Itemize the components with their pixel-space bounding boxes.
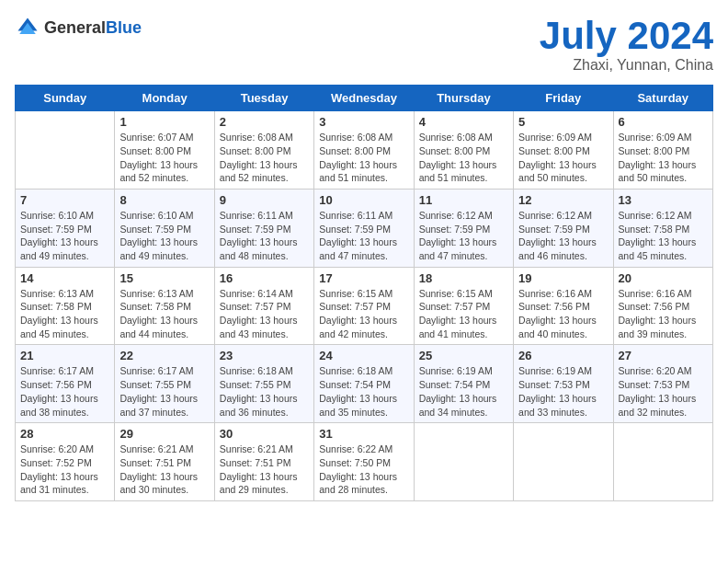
day-number: 6 [619, 115, 708, 129]
day-number: 25 [419, 349, 508, 362]
col-saturday: Saturday [613, 86, 712, 111]
day-number: 13 [619, 193, 708, 207]
location-subtitle: Zhaxi, Yunnan, China [540, 57, 713, 74]
calendar-cell: 26Sunrise: 6:19 AMSunset: 7:53 PMDayligh… [514, 345, 613, 423]
cell-sun-info: Sunrise: 6:19 AMSunset: 7:54 PMDaylight:… [419, 364, 508, 419]
day-number: 8 [119, 193, 209, 207]
day-number: 5 [518, 115, 608, 129]
day-number: 14 [20, 271, 109, 285]
calendar-week-row: 7Sunrise: 6:10 AMSunset: 7:59 PMDaylight… [16, 189, 713, 267]
day-number: 20 [619, 271, 708, 285]
cell-sun-info: Sunrise: 6:16 AMSunset: 7:56 PMDaylight:… [518, 287, 608, 341]
calendar-cell: 13Sunrise: 6:12 AMSunset: 7:58 PMDayligh… [613, 189, 712, 267]
calendar-cell: 10Sunrise: 6:11 AMSunset: 7:59 PMDayligh… [314, 189, 414, 267]
day-number: 4 [419, 115, 508, 129]
cell-sun-info: Sunrise: 6:19 AMSunset: 7:53 PMDaylight:… [518, 364, 608, 419]
cell-sun-info: Sunrise: 6:11 AMSunset: 7:59 PMDaylight:… [319, 209, 408, 263]
day-number: 16 [220, 271, 309, 285]
day-number: 15 [119, 271, 209, 285]
logo-blue-text: Blue [106, 18, 142, 37]
calendar-cell: 12Sunrise: 6:12 AMSunset: 7:59 PMDayligh… [514, 189, 613, 267]
calendar-cell [16, 111, 115, 190]
day-number: 30 [220, 427, 309, 441]
calendar-week-row: 21Sunrise: 6:17 AMSunset: 7:56 PMDayligh… [16, 345, 713, 423]
calendar-cell: 11Sunrise: 6:12 AMSunset: 7:59 PMDayligh… [414, 189, 513, 267]
day-number: 7 [20, 193, 109, 207]
cell-sun-info: Sunrise: 6:07 AMSunset: 8:00 PMDaylight:… [119, 131, 209, 185]
calendar-cell: 24Sunrise: 6:18 AMSunset: 7:54 PMDayligh… [314, 345, 414, 423]
cell-sun-info: Sunrise: 6:09 AMSunset: 8:00 PMDaylight:… [518, 131, 608, 185]
calendar-week-row: 28Sunrise: 6:20 AMSunset: 7:52 PMDayligh… [16, 423, 713, 501]
logo-general-text: General [44, 18, 106, 37]
col-thursday: Thursday [414, 86, 513, 111]
col-wednesday: Wednesday [314, 86, 414, 111]
cell-sun-info: Sunrise: 6:17 AMSunset: 7:55 PMDaylight:… [119, 364, 209, 419]
cell-sun-info: Sunrise: 6:10 AMSunset: 7:59 PMDaylight:… [119, 209, 209, 263]
day-number: 19 [518, 271, 608, 285]
page-header: GeneralBlue July 2024 Zhaxi, Yunnan, Chi… [15, 15, 713, 74]
day-number: 3 [319, 115, 408, 129]
cell-sun-info: Sunrise: 6:13 AMSunset: 7:58 PMDaylight:… [20, 287, 109, 341]
cell-sun-info: Sunrise: 6:08 AMSunset: 8:00 PMDaylight:… [419, 131, 508, 185]
calendar-week-row: 14Sunrise: 6:13 AMSunset: 7:58 PMDayligh… [16, 267, 713, 345]
col-monday: Monday [115, 86, 214, 111]
title-block: July 2024 Zhaxi, Yunnan, China [540, 15, 713, 74]
cell-sun-info: Sunrise: 6:18 AMSunset: 7:55 PMDaylight:… [220, 364, 309, 419]
cell-sun-info: Sunrise: 6:12 AMSunset: 7:59 PMDaylight:… [419, 209, 508, 263]
cell-sun-info: Sunrise: 6:12 AMSunset: 7:59 PMDaylight:… [518, 209, 608, 263]
cell-sun-info: Sunrise: 6:20 AMSunset: 7:53 PMDaylight:… [619, 364, 708, 419]
calendar-cell: 15Sunrise: 6:13 AMSunset: 7:58 PMDayligh… [115, 267, 214, 345]
day-number: 23 [220, 349, 309, 362]
calendar-cell [514, 423, 613, 501]
logo-wordmark: GeneralBlue [44, 18, 142, 38]
day-number: 21 [20, 349, 109, 362]
day-number: 26 [518, 349, 608, 362]
cell-sun-info: Sunrise: 6:14 AMSunset: 7:57 PMDaylight:… [220, 287, 309, 341]
calendar-cell: 19Sunrise: 6:16 AMSunset: 7:56 PMDayligh… [514, 267, 613, 345]
calendar-cell: 30Sunrise: 6:21 AMSunset: 7:51 PMDayligh… [214, 423, 313, 501]
cell-sun-info: Sunrise: 6:17 AMSunset: 7:56 PMDaylight:… [20, 364, 109, 419]
day-number: 31 [319, 427, 408, 441]
calendar-cell: 4Sunrise: 6:08 AMSunset: 8:00 PMDaylight… [414, 111, 513, 190]
calendar-cell: 21Sunrise: 6:17 AMSunset: 7:56 PMDayligh… [16, 345, 115, 423]
cell-sun-info: Sunrise: 6:08 AMSunset: 8:00 PMDaylight:… [220, 131, 309, 185]
day-number: 27 [619, 349, 708, 362]
calendar-cell: 8Sunrise: 6:10 AMSunset: 7:59 PMDaylight… [115, 189, 214, 267]
logo-icon [15, 15, 40, 40]
day-number: 24 [319, 349, 408, 362]
calendar-cell: 20Sunrise: 6:16 AMSunset: 7:56 PMDayligh… [613, 267, 712, 345]
cell-sun-info: Sunrise: 6:13 AMSunset: 7:58 PMDaylight:… [119, 287, 209, 341]
calendar-cell: 27Sunrise: 6:20 AMSunset: 7:53 PMDayligh… [613, 345, 712, 423]
calendar-cell: 23Sunrise: 6:18 AMSunset: 7:55 PMDayligh… [214, 345, 313, 423]
day-number: 11 [419, 193, 508, 207]
day-number: 22 [119, 349, 209, 362]
calendar-cell: 16Sunrise: 6:14 AMSunset: 7:57 PMDayligh… [214, 267, 313, 345]
day-number: 10 [319, 193, 408, 207]
day-number: 12 [518, 193, 608, 207]
calendar-cell: 7Sunrise: 6:10 AMSunset: 7:59 PMDaylight… [16, 189, 115, 267]
month-year-title: July 2024 [540, 15, 713, 57]
calendar-week-row: 1Sunrise: 6:07 AMSunset: 8:00 PMDaylight… [16, 111, 713, 190]
calendar-cell: 1Sunrise: 6:07 AMSunset: 8:00 PMDaylight… [115, 111, 214, 190]
calendar-cell: 5Sunrise: 6:09 AMSunset: 8:00 PMDaylight… [514, 111, 613, 190]
calendar-cell: 6Sunrise: 6:09 AMSunset: 8:00 PMDaylight… [613, 111, 712, 190]
calendar-cell: 25Sunrise: 6:19 AMSunset: 7:54 PMDayligh… [414, 345, 513, 423]
col-friday: Friday [514, 86, 613, 111]
calendar-header-row: Sunday Monday Tuesday Wednesday Thursday… [16, 86, 713, 111]
cell-sun-info: Sunrise: 6:15 AMSunset: 7:57 PMDaylight:… [319, 287, 408, 341]
day-number: 2 [220, 115, 309, 129]
cell-sun-info: Sunrise: 6:12 AMSunset: 7:58 PMDaylight:… [619, 209, 708, 263]
calendar-cell: 14Sunrise: 6:13 AMSunset: 7:58 PMDayligh… [16, 267, 115, 345]
calendar-cell: 29Sunrise: 6:21 AMSunset: 7:51 PMDayligh… [115, 423, 214, 501]
cell-sun-info: Sunrise: 6:16 AMSunset: 7:56 PMDaylight:… [619, 287, 708, 341]
calendar-table: Sunday Monday Tuesday Wednesday Thursday… [15, 85, 713, 501]
calendar-cell: 17Sunrise: 6:15 AMSunset: 7:57 PMDayligh… [314, 267, 414, 345]
cell-sun-info: Sunrise: 6:11 AMSunset: 7:59 PMDaylight:… [220, 209, 309, 263]
cell-sun-info: Sunrise: 6:18 AMSunset: 7:54 PMDaylight:… [319, 364, 408, 419]
col-tuesday: Tuesday [214, 86, 313, 111]
cell-sun-info: Sunrise: 6:09 AMSunset: 8:00 PMDaylight:… [619, 131, 708, 185]
day-number: 18 [419, 271, 508, 285]
cell-sun-info: Sunrise: 6:21 AMSunset: 7:51 PMDaylight:… [220, 442, 309, 497]
cell-sun-info: Sunrise: 6:08 AMSunset: 8:00 PMDaylight:… [319, 131, 408, 185]
day-number: 17 [319, 271, 408, 285]
